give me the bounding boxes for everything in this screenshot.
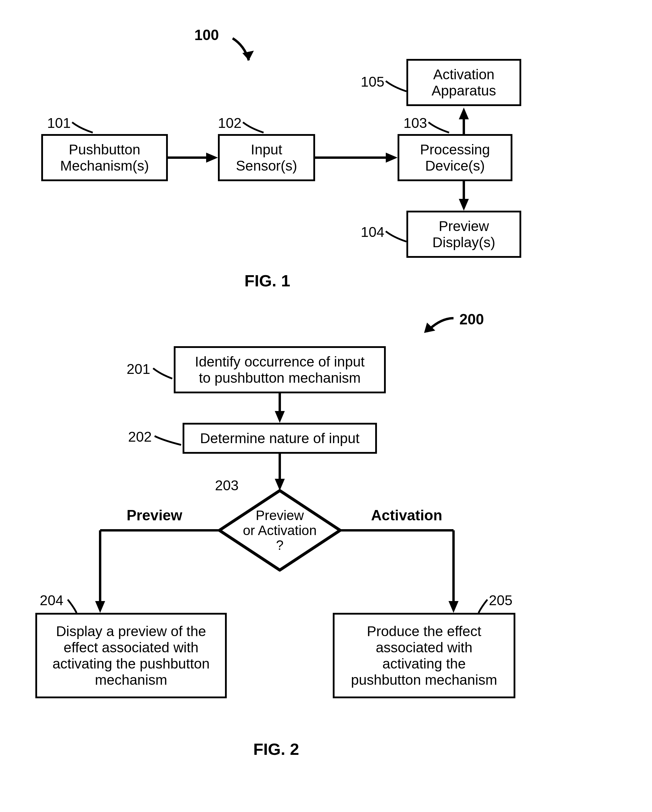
num-205: 205 <box>489 592 512 608</box>
num-103: 103 <box>404 115 427 131</box>
diamond-203: Preview or Activation ? <box>218 489 341 572</box>
box-205-text: Produce the effect associated with activ… <box>351 623 497 688</box>
box-103: Processing Device(s) <box>398 134 512 181</box>
box-202-text: Determine nature of input <box>200 430 360 446</box>
svg-marker-14 <box>275 479 285 491</box>
box-104: Preview Display(s) <box>407 211 521 258</box>
box-205: Produce the effect associated with activ… <box>333 613 515 698</box>
num-101: 101 <box>47 115 71 131</box>
box-202: Determine nature of input <box>183 423 377 454</box>
svg-marker-9 <box>424 323 435 333</box>
diamond-203-text: Preview or Activation ? <box>243 508 317 553</box>
box-102: Input Sensor(s) <box>218 134 315 181</box>
box-102-text: Input Sensor(s) <box>236 142 297 174</box>
box-101-text: Pushbutton Mechanism(s) <box>60 142 149 174</box>
num-104: 104 <box>361 224 384 240</box>
svg-marker-4 <box>386 153 398 163</box>
branch-preview: Preview <box>126 507 182 524</box>
svg-marker-2 <box>206 153 218 163</box>
box-201-text: Identify occurrence of input to pushbutt… <box>195 354 364 386</box>
svg-marker-20 <box>448 601 459 613</box>
svg-marker-8 <box>459 199 469 211</box>
fig1-caption: FIG. 1 <box>244 271 290 290</box>
num-201: 201 <box>126 361 150 377</box>
fig2-caption: FIG. 2 <box>253 740 299 759</box>
num-202: 202 <box>128 429 152 445</box>
box-105: Activation Apparatus <box>407 59 521 106</box>
box-101: Pushbutton Mechanism(s) <box>41 134 168 181</box>
svg-marker-0 <box>242 51 254 60</box>
fig2-ref-label: 200 <box>459 311 484 328</box>
svg-marker-6 <box>459 108 469 119</box>
svg-marker-12 <box>275 411 285 423</box>
num-204: 204 <box>40 592 63 608</box>
box-204: Display a preview of the effect associat… <box>35 613 227 698</box>
box-201: Identify occurrence of input to pushbutt… <box>174 346 386 393</box>
box-104-text: Preview Display(s) <box>432 218 495 250</box>
box-103-text: Processing Device(s) <box>420 142 490 174</box>
box-204-text: Display a preview of the effect associat… <box>52 623 210 688</box>
box-105-text: Activation Apparatus <box>432 66 496 99</box>
fig1-ref-label: 100 <box>194 26 219 44</box>
branch-activation: Activation <box>371 507 442 524</box>
num-102: 102 <box>218 115 241 131</box>
num-203: 203 <box>215 477 239 493</box>
num-105: 105 <box>361 74 384 90</box>
svg-marker-17 <box>95 601 105 613</box>
